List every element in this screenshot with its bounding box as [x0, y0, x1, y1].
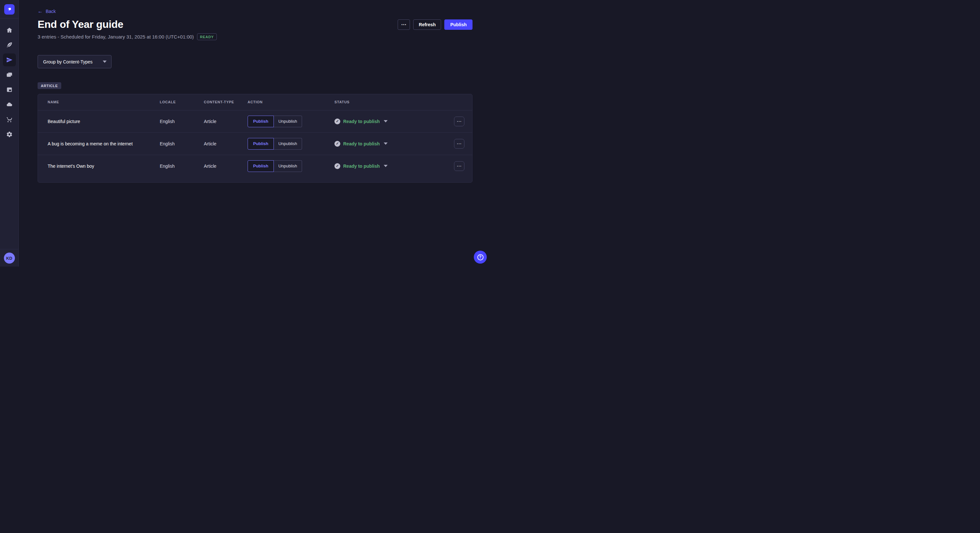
sidebar-item-marketplace[interactable]: [3, 113, 16, 126]
entry-name: A bug is becoming a meme on the internet: [38, 132, 154, 155]
content-type-group-badge: ARTICLE: [38, 82, 61, 89]
back-arrow-icon: ←: [38, 9, 43, 14]
help-icon: ?: [477, 254, 484, 260]
entry-status-cell: ✓ Ready to publish: [329, 155, 449, 177]
column-header-actions-spacer: [449, 94, 472, 110]
gear-icon: [6, 131, 13, 138]
ready-status-badge: READY: [197, 33, 217, 40]
more-horizontal-icon: ⋯: [457, 141, 462, 147]
entry-status[interactable]: ✓ Ready to publish: [334, 141, 449, 147]
app-window: KD ← Back End of Year guide ⋯ Refresh Pu…: [0, 0, 490, 266]
page-title: End of Year guide: [38, 19, 124, 30]
back-link[interactable]: ← Back: [38, 9, 56, 14]
more-horizontal-icon: ⋯: [457, 119, 462, 124]
chevron-down-icon: [384, 165, 388, 167]
paper-plane-icon: [6, 57, 13, 63]
column-header-name: NAME: [38, 94, 154, 110]
publish-action-toggle: Publish Unpublish: [248, 116, 302, 127]
entries-table-card: NAME LOCALE CONTENT-TYPE ACTION STATUS B…: [38, 94, 473, 182]
entry-more-cell: ⋯: [449, 155, 472, 177]
strapi-logo[interactable]: [4, 4, 14, 14]
more-horizontal-icon: ⋯: [457, 163, 462, 169]
help-button[interactable]: ?: [474, 251, 487, 263]
title-row: End of Year guide ⋯ Refresh Publish: [38, 19, 473, 30]
feather-icon: [6, 42, 13, 48]
entry-content-type: Article: [199, 110, 242, 132]
entry-more-options-button[interactable]: ⋯: [454, 139, 465, 149]
cloud-icon: [6, 102, 13, 108]
entry-action-cell: Publish Unpublish: [242, 110, 329, 132]
check-circle-icon: ✓: [334, 163, 340, 169]
subtitle-row: 3 entries - Scheduled for Friday, Januar…: [38, 33, 473, 40]
sidebar-item-settings[interactable]: [3, 128, 16, 141]
header-actions: ⋯ Refresh Publish: [398, 19, 473, 30]
sidebar-item-content-type-builder[interactable]: [3, 83, 16, 96]
sidebar-item-content-manager[interactable]: [3, 38, 16, 51]
table-row: Beautiful picture English Article Publis…: [38, 110, 472, 132]
table-row: A bug is becoming a meme on the internet…: [38, 132, 472, 155]
entry-content-type: Article: [199, 155, 242, 177]
entry-locale: English: [154, 155, 199, 177]
group-by-select[interactable]: Group by Content-Types: [38, 55, 111, 68]
check-circle-icon: ✓: [334, 119, 340, 124]
release-more-options-button[interactable]: ⋯: [398, 19, 410, 30]
user-avatar[interactable]: KD: [4, 252, 15, 263]
check-circle-icon: ✓: [334, 141, 340, 147]
back-label: Back: [46, 9, 56, 14]
entry-locale: English: [154, 110, 199, 132]
column-header-action: ACTION: [242, 94, 329, 110]
home-icon: [6, 27, 13, 33]
sidebar-item-releases[interactable]: [3, 54, 16, 67]
entry-more-cell: ⋯: [449, 110, 472, 132]
status-label: Ready to publish: [343, 119, 380, 124]
sidebar-item-deploy[interactable]: [3, 98, 16, 111]
publish-action-toggle: Publish Unpublish: [248, 160, 302, 172]
table-header-row: NAME LOCALE CONTENT-TYPE ACTION STATUS: [38, 94, 472, 110]
entry-content-type: Article: [199, 132, 242, 155]
unpublish-option[interactable]: Unpublish: [274, 116, 302, 127]
more-horizontal-icon: ⋯: [401, 21, 407, 27]
chevron-down-icon: [384, 120, 388, 122]
status-label: Ready to publish: [343, 163, 380, 169]
entry-locale: English: [154, 132, 199, 155]
publish-option[interactable]: Publish: [248, 160, 274, 172]
column-header-content-type: CONTENT-TYPE: [199, 94, 242, 110]
sidebar-item-home[interactable]: [3, 24, 16, 36]
sidebar: KD: [0, 0, 19, 266]
column-header-status: STATUS: [329, 94, 449, 110]
group-by-value: Group by Content-Types: [43, 59, 93, 65]
unpublish-option[interactable]: Unpublish: [274, 160, 302, 172]
layout-icon: [6, 86, 13, 93]
publish-option[interactable]: Publish: [248, 116, 274, 127]
unpublish-option[interactable]: Unpublish: [274, 138, 302, 150]
entry-name: Beautiful picture: [38, 110, 154, 132]
chevron-down-icon: [384, 143, 388, 145]
entry-more-options-button[interactable]: ⋯: [454, 161, 465, 171]
sidebar-footer: KD: [0, 249, 19, 266]
entry-status-cell: ✓ Ready to publish: [329, 110, 449, 132]
publish-release-button[interactable]: Publish: [444, 19, 473, 30]
sidebar-item-media-library[interactable]: [3, 68, 16, 81]
main-content: ← Back End of Year guide ⋯ Refresh Publi…: [19, 0, 490, 266]
status-label: Ready to publish: [343, 141, 380, 146]
publish-action-toggle: Publish Unpublish: [248, 138, 302, 150]
entry-action-cell: Publish Unpublish: [242, 132, 329, 155]
entries-table: NAME LOCALE CONTENT-TYPE ACTION STATUS B…: [38, 94, 472, 177]
entry-more-options-button[interactable]: ⋯: [454, 117, 465, 126]
refresh-button[interactable]: Refresh: [413, 19, 441, 30]
cart-icon: [6, 116, 13, 123]
publish-option[interactable]: Publish: [248, 138, 274, 150]
strapi-logo-icon: [6, 6, 13, 13]
entry-name: The internet's Own boy: [38, 155, 154, 177]
chevron-down-icon: [103, 60, 107, 63]
sidebar-nav: [3, 24, 16, 141]
entry-action-cell: Publish Unpublish: [242, 155, 329, 177]
entry-more-cell: ⋯: [449, 132, 472, 155]
table-row: The internet's Own boy English Article P…: [38, 155, 472, 177]
media-library-icon: [6, 71, 13, 78]
release-schedule-subtitle: 3 entries - Scheduled for Friday, Januar…: [38, 34, 194, 40]
entry-status[interactable]: ✓ Ready to publish: [334, 163, 449, 169]
entry-status[interactable]: ✓ Ready to publish: [334, 119, 449, 124]
logo-container: [0, 0, 19, 19]
entry-status-cell: ✓ Ready to publish: [329, 132, 449, 155]
